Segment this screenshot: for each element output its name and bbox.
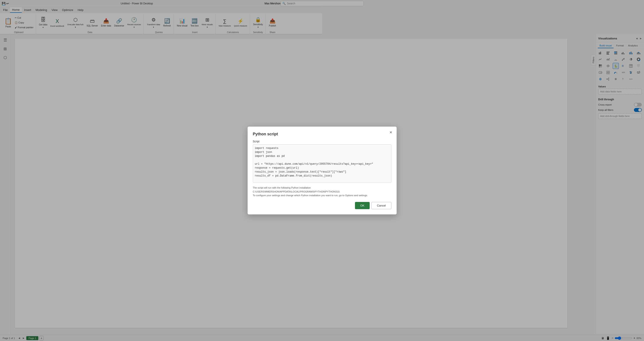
- script-label: Script: [253, 140, 322, 143]
- modal-overlay: ✕ Python script Script import requests i…: [0, 0, 322, 171]
- modal-title: Python script: [253, 132, 322, 136]
- python-script-modal: ✕ Python script Script import requests i…: [248, 127, 322, 171]
- script-editor[interactable]: import requests import json import panda…: [253, 144, 322, 171]
